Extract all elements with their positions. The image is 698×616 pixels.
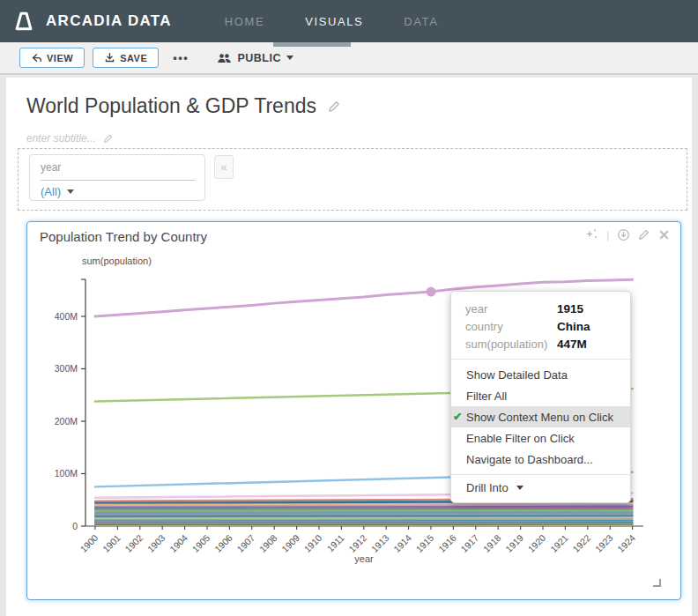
download-circle-icon[interactable] xyxy=(617,228,630,241)
context-tooltip: year1915countryChinasum(population)447M xyxy=(451,292,630,359)
save-download-icon xyxy=(104,52,115,63)
public-dropdown-label: PUBLIC xyxy=(237,52,281,64)
svg-text:1920: 1920 xyxy=(525,532,547,554)
svg-text:1919: 1919 xyxy=(503,532,525,554)
icon-separator: | xyxy=(606,228,609,241)
filter-field-label: year xyxy=(41,161,61,174)
top-navbar: ARCADIA DATA HOMEVISUALSDATA xyxy=(0,0,698,42)
nav-item-visuals[interactable]: VISUALS xyxy=(305,15,363,28)
menu-item-label: Filter All xyxy=(466,390,507,403)
svg-text:1911: 1911 xyxy=(324,532,346,554)
svg-text:1912: 1912 xyxy=(346,532,368,554)
nav-item-data[interactable]: DATA xyxy=(404,15,438,28)
svg-text:1905: 1905 xyxy=(189,532,212,554)
edit-visual-pencil-icon[interactable] xyxy=(638,228,650,241)
context-menu-items: Show Detailed DataFilter All✔Show Contex… xyxy=(451,360,630,474)
menu-item-show-detailed-data[interactable]: Show Detailed Data xyxy=(451,364,630,385)
save-button-label: SAVE xyxy=(120,53,147,63)
view-button[interactable]: VIEW xyxy=(19,48,85,68)
svg-text:1909: 1909 xyxy=(279,532,301,554)
filter-underline xyxy=(41,180,196,181)
check-icon: ✔ xyxy=(453,410,462,423)
filter-caret-icon xyxy=(67,189,74,194)
tooltip-row: year1915 xyxy=(451,300,630,317)
svg-text:1915: 1915 xyxy=(413,532,435,554)
menu-item-enable-filter-on-click[interactable]: Enable Filter on Click xyxy=(451,427,630,449)
save-button[interactable]: SAVE xyxy=(93,48,159,68)
year-filter-card: year (All) xyxy=(29,154,205,201)
svg-text:200M: 200M xyxy=(55,416,78,427)
svg-text:1900: 1900 xyxy=(78,532,100,554)
svg-text:0: 0 xyxy=(72,521,78,531)
svg-text:1916: 1916 xyxy=(436,532,458,554)
brand[interactable]: ARCADIA DATA xyxy=(11,9,172,33)
arcadia-logo-icon xyxy=(11,9,36,33)
svg-text:1907: 1907 xyxy=(234,532,256,554)
visual-panel-actions: | xyxy=(584,227,670,241)
svg-text:400M: 400M xyxy=(55,311,78,322)
subtitle-placeholder[interactable]: enter subtitle... xyxy=(26,132,96,145)
collapse-filters-button[interactable]: « xyxy=(214,155,234,179)
nav-item-home[interactable]: HOME xyxy=(225,15,264,28)
active-tab-indicator xyxy=(273,42,351,47)
svg-text:100M: 100M xyxy=(55,468,78,479)
back-arrow-icon xyxy=(31,53,42,63)
menu-item-label: Show Context Menu on Click xyxy=(466,411,613,424)
brand-label: ARCADIA DATA xyxy=(46,12,172,30)
edit-title-pencil-icon[interactable] xyxy=(328,100,341,113)
svg-text:1904: 1904 xyxy=(167,532,189,554)
page-title: World Population & GDP Trends xyxy=(26,94,316,118)
svg-text:1902: 1902 xyxy=(123,532,145,554)
svg-text:1914: 1914 xyxy=(391,532,413,554)
menu-item-show-context-menu-on-click[interactable]: ✔Show Context Menu on Click xyxy=(451,406,630,427)
tooltip-row: sum(population)447M xyxy=(451,335,630,353)
drill-into-caret-icon xyxy=(516,486,524,490)
tooltip-label: year xyxy=(465,302,557,315)
drill-into-label: Drill Into xyxy=(466,481,509,494)
tooltip-value: 447M xyxy=(557,338,587,351)
svg-text:sum(population): sum(population) xyxy=(82,256,152,266)
edit-subtitle-pencil-icon[interactable] xyxy=(103,133,114,144)
explore-sparkle-icon[interactable] xyxy=(584,227,598,241)
tooltip-row: countryChina xyxy=(451,317,630,335)
svg-text:year: year xyxy=(354,553,374,564)
svg-text:1923: 1923 xyxy=(593,532,615,554)
more-options-button[interactable]: ••• xyxy=(173,51,189,64)
menu-item-filter-all[interactable]: Filter All xyxy=(451,385,630,406)
tooltip-value: 1915 xyxy=(557,302,583,315)
svg-text:1903: 1903 xyxy=(145,532,167,554)
public-caret-icon xyxy=(286,56,293,60)
filter-value-label: (All) xyxy=(41,185,61,198)
drill-into-dropdown[interactable]: Drill Into xyxy=(451,475,630,502)
nav-items: HOMEVISUALSDATA xyxy=(225,15,439,28)
menu-item-label: Navigate to Dashboard... xyxy=(466,453,593,466)
svg-text:1924: 1924 xyxy=(615,532,637,554)
people-icon xyxy=(217,52,232,64)
svg-text:1910: 1910 xyxy=(301,532,323,554)
menu-item-navigate-to-dashboard[interactable]: Navigate to Dashboard... xyxy=(451,449,630,470)
svg-text:1921: 1921 xyxy=(548,532,570,554)
svg-text:1908: 1908 xyxy=(257,532,279,554)
svg-text:1901: 1901 xyxy=(100,532,123,554)
app-window: ARCADIA DATA HOMEVISUALSDATA VIEW SAVE •… xyxy=(0,0,698,616)
view-button-label: VIEW xyxy=(47,53,73,63)
close-visual-icon[interactable] xyxy=(658,229,670,241)
svg-text:1906: 1906 xyxy=(212,532,234,554)
tooltip-value: China xyxy=(557,320,590,333)
svg-text:300M: 300M xyxy=(55,363,78,374)
menu-item-label: Show Detailed Data xyxy=(466,368,568,382)
tooltip-label: sum(population) xyxy=(465,338,557,351)
svg-text:1917: 1917 xyxy=(458,532,480,554)
svg-text:1913: 1913 xyxy=(369,532,391,554)
tooltip-label: country xyxy=(465,320,557,333)
toolbar: VIEW SAVE ••• PUBLIC xyxy=(0,42,698,75)
public-dropdown[interactable]: PUBLIC xyxy=(217,52,293,64)
svg-text:1918: 1918 xyxy=(481,532,503,554)
menu-item-label: Enable Filter on Click xyxy=(466,432,575,445)
svg-text:1922: 1922 xyxy=(570,532,592,554)
chart-context-menu: year1915countryChinasum(population)447M … xyxy=(450,291,631,503)
filter-value-dropdown[interactable]: (All) xyxy=(41,185,74,198)
visual-title: Population Trend by Country xyxy=(40,229,207,244)
panel-resize-handle[interactable] xyxy=(653,579,661,587)
